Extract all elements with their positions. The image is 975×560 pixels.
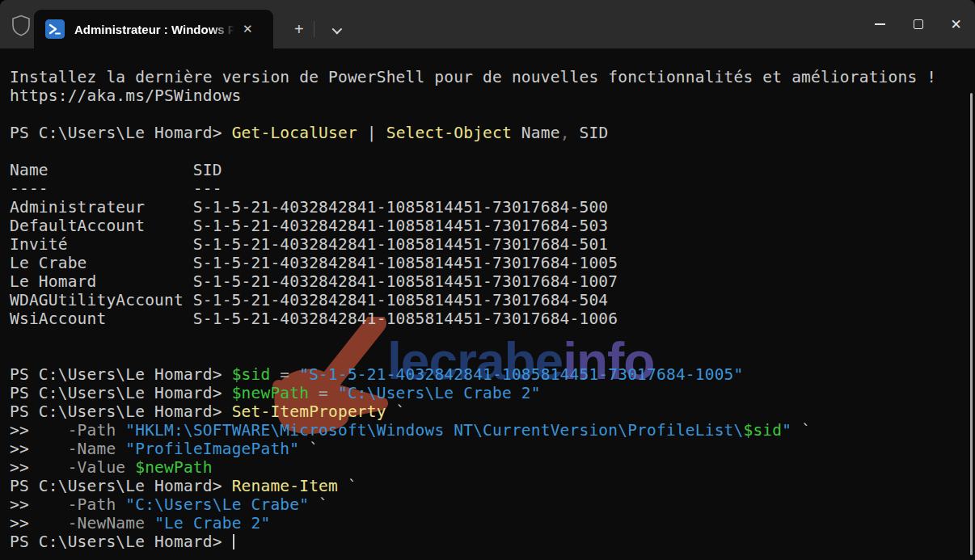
close-button[interactable]: ✕ [937,0,975,48]
terminal-line: PS C:\Users\Le Homard> Set-ItemProperty … [10,402,936,421]
terminal-line [10,105,936,124]
terminal-output: Installez la dernière version de PowerSh… [10,68,936,551]
chevron-down-icon [331,24,342,35]
terminal-line: PS C:\Users\Le Homard> $newPath = "C:\Us… [10,384,936,402]
terminal-line: >> -Value $newPath [10,458,936,477]
terminal-line: PS C:\Users\Le Homard> Get-LocalUser | S… [10,124,936,142]
terminal-line: Invité S-1-5-21-4032842841-1085814451-73… [10,235,936,254]
tab-administrateur-powershell[interactable]: Administrateur : Windows Pow ✕ [34,10,273,48]
terminal-line: Le Crabe S-1-5-21-4032842841-1085814451-… [10,254,936,272]
terminal-line: Installez la dernière version de PowerSh… [10,68,936,86]
terminal-line [10,328,936,347]
title-bar: Administrateur : Windows Pow ✕ + ✕ [0,0,975,48]
terminal-line: PS C:\Users\Le Homard> $sid = "S-1-5-21-… [10,365,936,384]
maximize-icon [914,19,923,29]
terminal-line: ---- --- [10,179,936,198]
terminal-line: Administrateur S-1-5-21-4032842841-10858… [10,198,936,217]
terminal-line: >> -Path "C:\Users\Le Crabe" ` [10,495,936,514]
maximize-button[interactable] [899,0,937,48]
tab-dropdown-button[interactable] [324,22,348,39]
tab-bar-divider [314,21,314,37]
minimize-icon [875,23,885,25]
terminal-content-area[interactable]: lecrabeinfo Installez la dernière versio… [0,48,975,560]
terminal-line: Name SID [10,161,936,179]
new-tab-button[interactable]: + [286,20,312,39]
terminal-line: >> -Path "HKLM:\SOFTWARE\Microsoft\Windo… [10,421,936,440]
terminal-line: Le Homard S-1-5-21-4032842841-1085814451… [10,272,936,291]
terminal-line: PS C:\Users\Le Homard> Rename-Item ` [10,477,936,495]
terminal-line [10,347,936,365]
terminal-line: >> -Name "ProfileImagePath" ` [10,440,936,458]
terminal-line: https://aka.ms/PSWindows [10,86,936,105]
tab-title: Administrateur : Windows Pow [74,23,234,36]
terminal-line: >> -NewName "Le Crabe 2" [10,514,936,533]
text-cursor [233,534,234,549]
terminal-line [10,142,936,161]
terminal-window: Administrateur : Windows Pow ✕ + ✕ [0,0,975,560]
scrollbar[interactable] [970,93,973,555]
terminal-line: WsiAccount S-1-5-21-4032842841-108581445… [10,309,936,328]
close-icon: ✕ [950,18,961,32]
terminal-line: WDAGUtilityAccount S-1-5-21-4032842841-1… [10,291,936,309]
powershell-icon [45,19,65,39]
tab-close-icon[interactable]: ✕ [238,19,258,39]
admin-shield-icon [8,11,34,39]
terminal-line: DefaultAccount S-1-5-21-4032842841-10858… [10,217,936,235]
minimize-button[interactable] [861,0,899,48]
terminal-line: PS C:\Users\Le Homard> [10,533,936,551]
